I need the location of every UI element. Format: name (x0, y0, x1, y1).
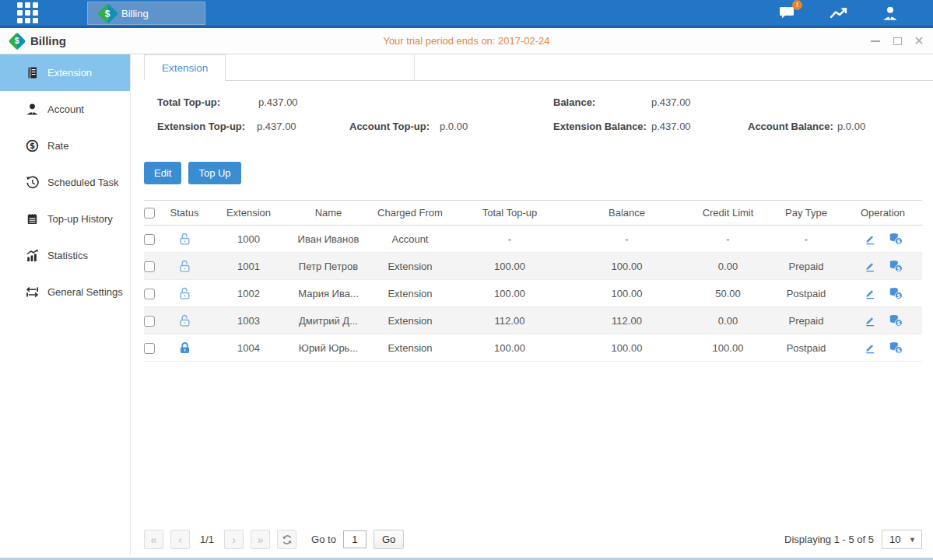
table-row[interactable]: 1001 Петр Петров Extension 100.00 100.00… (144, 253, 922, 280)
row-checkbox[interactable] (144, 234, 155, 245)
sidebar-item-extension[interactable]: Extension (0, 54, 130, 91)
user-account-button[interactable] (879, 4, 902, 23)
svg-text:$: $ (896, 292, 900, 299)
row-checkbox[interactable] (144, 289, 155, 299)
svg-text:$: $ (30, 142, 35, 150)
account-balance-value: p.0.00 (837, 121, 865, 132)
row-checkbox[interactable] (144, 261, 155, 272)
lock-closed-icon (178, 341, 191, 355)
row-checkbox[interactable] (144, 343, 155, 354)
sidebar-item-topup-history[interactable]: Top-up History (0, 201, 130, 237)
lock-open-icon (178, 314, 191, 327)
top-up-button[interactable]: Top Up (188, 162, 240, 184)
tab-strip: Extension (144, 54, 933, 81)
billing-diamond-icon: $ (97, 3, 118, 24)
topup-row-icon[interactable]: $ (889, 287, 903, 299)
extension-balance-value: p.437.00 (651, 121, 691, 132)
tab-extension[interactable]: Extension (144, 54, 226, 81)
action-buttons: Edit Top Up (144, 162, 922, 184)
page-size-select[interactable]: 10 ▼ (882, 530, 922, 549)
notepad-icon (26, 212, 39, 226)
sidebar-item-account[interactable]: Account (0, 91, 130, 128)
column-header-extension: Extension (208, 201, 289, 226)
notifications-button[interactable]: ! (776, 4, 799, 23)
taskbar-tab-label: Billing (121, 8, 149, 19)
prev-page-button[interactable]: ‹ (170, 530, 190, 549)
line-chart-icon (830, 6, 848, 20)
table-row[interactable]: 1002 Мария Ива... Extension 100.00 100.0… (144, 280, 922, 307)
app-title: Billing (30, 34, 66, 47)
user-icon (882, 5, 899, 21)
edit-row-icon[interactable] (864, 287, 876, 299)
app-launcher-button[interactable] (0, 0, 54, 26)
ledger-icon (26, 66, 39, 79)
next-page-button[interactable]: › (224, 530, 244, 549)
topup-row-icon[interactable]: $ (889, 233, 903, 245)
table-row[interactable]: 1004 Юрий Юрь... Extension 100.00 100.00… (144, 334, 922, 362)
edit-row-icon[interactable] (864, 260, 876, 272)
table-row[interactable]: 1003 Дмитрий Д... Extension 112.00 112.0… (144, 307, 922, 334)
sidebar-item-label: General Settings (47, 286, 123, 298)
minimize-button[interactable] (869, 35, 882, 47)
account-balance-label: Account Balance: (748, 121, 833, 132)
taskbar-tab-billing[interactable]: $ Billing (87, 2, 205, 25)
trial-notice: Your trial period ends on: 2017-02-24 (0, 35, 933, 47)
extension-topup-label: Extension Top-up: (157, 121, 245, 132)
account-topup-value: p.0.00 (440, 121, 468, 132)
svg-text:$: $ (896, 347, 900, 354)
sidebar-item-label: Rate (47, 140, 68, 152)
table-header-row: Status Extension Name Charged From Total… (144, 201, 922, 226)
svg-text:$: $ (896, 238, 900, 245)
lock-open-icon (178, 260, 191, 273)
app-grid-icon (17, 2, 38, 23)
lock-open-icon (178, 233, 191, 246)
edit-button[interactable]: Edit (144, 162, 181, 184)
extensions-table: Status Extension Name Charged From Total… (144, 200, 922, 362)
stats-chart-icon (26, 249, 39, 262)
column-header-pay-type: Pay Type (769, 201, 844, 226)
first-page-button[interactable]: « (144, 530, 163, 549)
topbar: $ Billing ! (0, 0, 933, 28)
total-topup-value: p.437.00 (258, 96, 298, 108)
edit-row-icon[interactable] (864, 233, 876, 245)
sidebar-item-scheduled-task[interactable]: Scheduled Task (0, 164, 130, 201)
edit-row-icon[interactable] (864, 314, 876, 327)
topbar-right: ! (776, 0, 902, 26)
summary-panel: Total Top-up: p.437.00 Balance: p.437.00… (144, 93, 922, 143)
topup-row-icon[interactable]: $ (889, 341, 903, 354)
topup-row-icon[interactable]: $ (889, 260, 903, 272)
column-header-total-topup: Total Top-up (453, 201, 566, 226)
pager-right: Displaying 1 - 5 of 5 10 ▼ (784, 530, 922, 549)
window-title: $ Billing (0, 34, 66, 47)
extension-balance-label: Extension Balance: (553, 121, 647, 132)
goto-page-input[interactable] (343, 530, 367, 548)
account-topup-label: Account Top-up: (349, 121, 430, 132)
column-header-charged-from: Charged From (367, 201, 453, 226)
go-button[interactable]: Go (374, 530, 404, 549)
resource-monitor-button[interactable] (827, 4, 851, 23)
sidebar-item-general-settings[interactable]: General Settings (0, 274, 130, 310)
svg-text:$: $ (896, 265, 900, 272)
sidebar-item-rate[interactable]: $ Rate (0, 128, 130, 164)
sidebar-item-label: Account (47, 103, 84, 115)
sidebar-item-statistics[interactable]: Statistics (0, 237, 130, 274)
close-button[interactable]: ✕ (913, 35, 925, 47)
select-all-checkbox[interactable] (144, 208, 155, 219)
maximize-button[interactable] (891, 35, 903, 47)
notification-badge: ! (792, 0, 802, 10)
sidebar-item-label: Extension (47, 67, 92, 79)
column-header-balance: Balance (566, 201, 687, 226)
last-page-button[interactable]: » (251, 530, 270, 549)
row-checkbox[interactable] (144, 316, 155, 327)
refresh-button[interactable] (277, 530, 296, 549)
sidebar-item-label: Scheduled Task (47, 177, 119, 188)
column-header-operation: Operation (844, 201, 922, 226)
main-content: Extension Total Top-up: p.437.00 Balance… (131, 54, 933, 555)
column-header-status: Status (161, 201, 208, 226)
edit-row-icon[interactable] (864, 341, 876, 354)
column-header-credit-limit: Credit Limit (687, 201, 769, 226)
dollar-circle-icon: $ (26, 139, 39, 152)
topup-row-icon[interactable]: $ (889, 314, 903, 327)
refresh-icon (282, 534, 293, 545)
table-row[interactable]: 1000 Иван Иванов Account - - - - (144, 226, 922, 253)
